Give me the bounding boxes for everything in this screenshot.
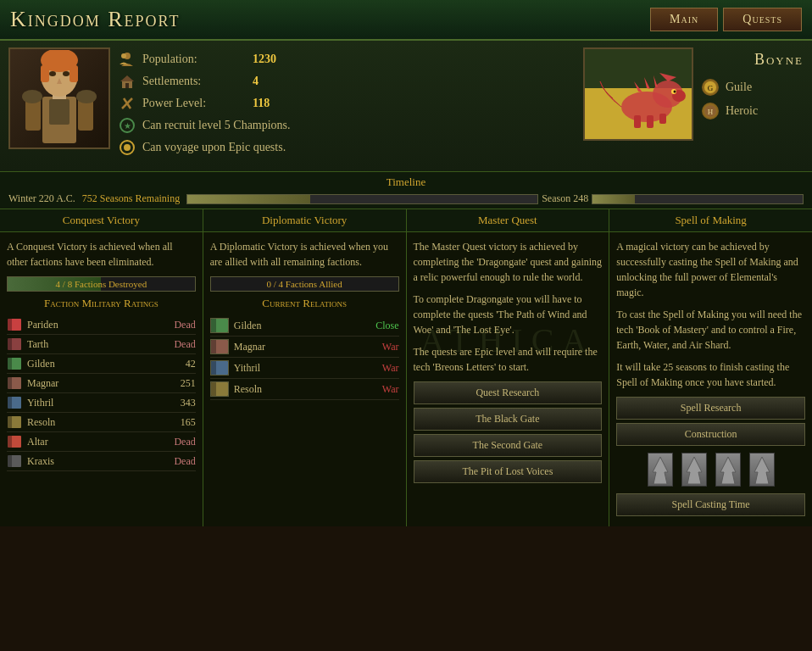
spell-text3: It will take 25 seasons to finish castin… — [616, 359, 805, 390]
faction-flag-icon — [7, 337, 22, 352]
timeline-bar-2 — [592, 194, 804, 204]
relation-name-text: Yithril — [234, 362, 382, 375]
relation-list-item: Yithril War — [210, 358, 399, 379]
master-quest-column: ATHICA The Master Quest victory is achie… — [407, 232, 610, 526]
faction-rating-value: Dead — [162, 436, 196, 448]
svg-rect-64 — [211, 382, 216, 396]
voyage-icon — [119, 139, 136, 156]
svg-marker-35 — [644, 77, 650, 89]
faction-list-item: Yithril 343 — [7, 393, 196, 413]
relation-flag-icon — [210, 339, 229, 354]
faction-list-item: Tarth Dead — [7, 335, 196, 354]
faction-flag-icon — [7, 453, 22, 469]
quest-action-btn[interactable]: The Black Gate — [414, 408, 603, 431]
svg-rect-1 — [49, 99, 70, 125]
main-button[interactable]: Main — [650, 8, 718, 31]
faction-name-text: Pariden — [27, 319, 162, 331]
quest-action-btn[interactable]: The Second Gate — [414, 434, 603, 457]
faction-name-text: Resoln — [27, 416, 162, 429]
faction-flag-icon — [7, 395, 22, 410]
spell-making-column: A magical victory can be achieved by suc… — [609, 232, 812, 526]
faction-military-list: Pariden Dead Tarth Dead Gilden 42 Magnar… — [7, 315, 196, 471]
timeline-bar — [186, 194, 538, 204]
faction-list-item: Pariden Dead — [7, 315, 196, 335]
current-relations-list: Gilden Close Magnar War Yithril War Reso… — [210, 315, 399, 400]
quests-button[interactable]: Quests — [723, 8, 802, 31]
diplomatic-text: A Diplomatic Victory is achieved when yo… — [210, 239, 399, 270]
conquest-column: A Conquest Victory is achieved when all … — [0, 232, 203, 526]
faction-name-text: Altar — [27, 436, 162, 448]
svg-point-10 — [63, 71, 70, 76]
svg-rect-8 — [70, 65, 78, 82]
fire-shard-icon — [648, 453, 673, 487]
quest-buttons-container: Quest ResearchThe Black GateThe Second G… — [414, 381, 603, 483]
timeline-seasons: 752 Seasons Remaining — [82, 192, 180, 205]
avatar-svg — [17, 50, 102, 147]
spell-shards-row — [616, 453, 805, 487]
master-quest-text2: To complete Dragongate you will have to … — [414, 292, 603, 337]
spell-action-btn[interactable]: Spell Research — [616, 397, 805, 420]
svg-rect-46 — [8, 358, 12, 370]
population-stat: Population: 1230 — [119, 51, 575, 68]
master-quest-text3: The quests are Epic level and will requi… — [414, 344, 603, 375]
relation-flag-icon — [210, 318, 229, 333]
heroic-icon: H — [702, 103, 719, 120]
svg-marker-34 — [634, 81, 642, 92]
relation-status-text: War — [382, 383, 399, 396]
timeline-section: Timeline Winter 220 A.C. 752 Seasons Rem… — [0, 172, 812, 209]
faction-rating-value: Dead — [162, 338, 196, 351]
faction-name-display: Boyne — [702, 51, 804, 69]
heroic-label: Heroic — [726, 104, 758, 118]
relation-name-text: Magnar — [234, 341, 382, 353]
champion-stat: ★ Can recruit level 5 Champions. — [119, 117, 575, 134]
relation-status-text: War — [382, 362, 399, 375]
stats-block: Population: 1230 Settlements: 4 Power Le… — [119, 47, 575, 164]
faction-flag-icon — [7, 415, 22, 430]
svg-point-15 — [121, 53, 126, 58]
diplomatic-victory-header[interactable]: Diplomatic Victory — [203, 209, 407, 231]
faction-flag-icon — [7, 434, 22, 449]
header: Kingdom Report Main Quests — [0, 0, 812, 41]
spell-casting-time-btn[interactable]: Spell Casting Time — [616, 493, 805, 516]
current-relations-title: Current Relations — [210, 297, 399, 310]
svg-point-9 — [49, 71, 56, 76]
conquest-victory-header[interactable]: Conquest Victory — [0, 209, 203, 231]
svg-text:H: H — [708, 108, 714, 116]
svg-rect-62 — [211, 361, 216, 375]
power-level-icon — [119, 95, 136, 112]
quest-action-btn[interactable]: The Pit of Lost Voices — [414, 460, 603, 483]
faction-list-item: Magnar 251 — [7, 374, 196, 393]
spell-action-btn[interactable]: Construction — [616, 423, 805, 446]
victory-headers: Conquest Victory Diplomatic Victory Mast… — [0, 209, 812, 232]
svg-rect-7 — [41, 65, 49, 82]
relation-name-text: Resoln — [234, 383, 382, 396]
svg-point-12 — [22, 90, 42, 103]
svg-point-33 — [674, 91, 676, 93]
svg-rect-42 — [8, 319, 12, 331]
spell-making-header[interactable]: Spell of Making — [609, 209, 812, 231]
timeline-bar-container: Season 248 — [186, 192, 804, 205]
earth-shard-icon — [681, 453, 707, 487]
svg-marker-17 — [120, 75, 134, 81]
faction-rating-value: Dead — [162, 319, 196, 331]
main-content: A Conquest Victory is achieved when all … — [0, 232, 812, 526]
champion-icon: ★ — [119, 117, 136, 134]
faction-name-text: Tarth — [27, 338, 162, 351]
svg-marker-67 — [720, 457, 736, 484]
diplomatic-column: A Diplomatic Victory is achieved when yo… — [203, 232, 407, 526]
faction-rating-value: 343 — [162, 397, 196, 409]
faction-list-item: Resoln 165 — [7, 413, 196, 432]
quest-action-btn[interactable]: Quest Research — [414, 381, 603, 404]
master-quest-header[interactable]: Master Quest — [407, 209, 610, 231]
svg-rect-60 — [211, 340, 216, 353]
timeline-date: Winter 220 A.C. — [8, 192, 75, 205]
relation-list-item: Magnar War — [210, 337, 399, 358]
relation-list-item: Resoln War — [210, 379, 399, 400]
svg-rect-44 — [8, 338, 12, 350]
svg-rect-18 — [125, 83, 129, 88]
faction-flag-icon — [7, 356, 22, 371]
faction-emblem — [583, 47, 693, 141]
svg-point-24 — [124, 144, 131, 151]
svg-rect-30 — [647, 115, 653, 128]
faction-info: Boyne G Guile H Heroic — [702, 47, 804, 130]
